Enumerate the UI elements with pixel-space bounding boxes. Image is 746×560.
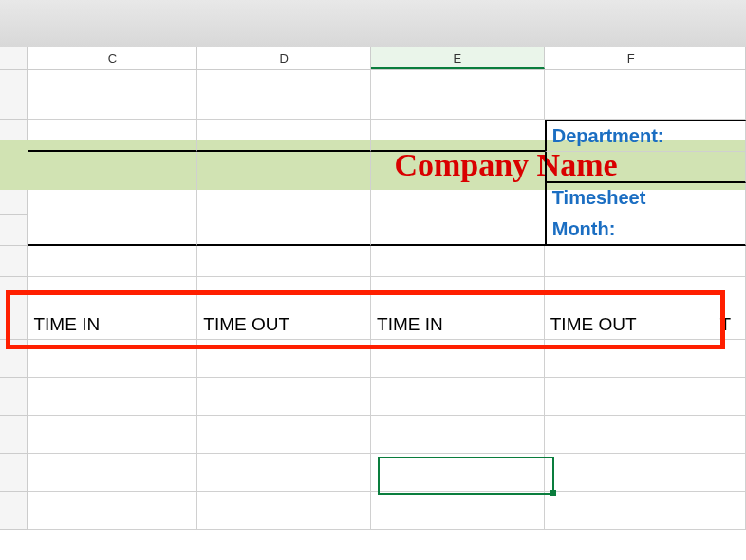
cell[interactable] xyxy=(197,340,371,378)
timesheet-label: Timesheet xyxy=(547,183,718,213)
cell[interactable] xyxy=(718,183,746,215)
cell[interactable] xyxy=(718,416,746,454)
cell[interactable] xyxy=(371,183,545,215)
cell[interactable] xyxy=(718,277,746,308)
header-time-out-2[interactable]: TIME OUT xyxy=(545,308,718,340)
spreadsheet-grid[interactable]: Company Name Department: Tim xyxy=(0,70,746,530)
cell[interactable] xyxy=(371,70,545,120)
column-header-e[interactable]: E xyxy=(371,47,545,69)
cell[interactable] xyxy=(197,277,371,308)
month-label: Month: xyxy=(547,215,718,244)
cell[interactable] xyxy=(545,416,718,454)
cell[interactable] xyxy=(28,215,197,246)
timesheet-label-cell[interactable]: Timesheet xyxy=(545,183,718,215)
cell[interactable] xyxy=(545,454,718,492)
cell[interactable] xyxy=(545,152,718,183)
cell[interactable] xyxy=(28,277,197,308)
cell[interactable] xyxy=(28,416,197,454)
header-time-out-1[interactable]: TIME OUT xyxy=(197,308,371,340)
cell[interactable] xyxy=(28,454,197,492)
select-all-corner[interactable] xyxy=(0,47,28,69)
cell[interactable] xyxy=(371,152,545,183)
header-time-in-1[interactable]: TIME IN xyxy=(28,308,197,340)
cell[interactable] xyxy=(371,454,545,492)
cell[interactable] xyxy=(371,492,545,530)
column-header-f[interactable]: F xyxy=(545,47,718,69)
cell[interactable] xyxy=(197,454,371,492)
cell[interactable] xyxy=(371,340,545,378)
cell[interactable] xyxy=(28,492,197,530)
department-label: Department: xyxy=(547,121,718,151)
cell[interactable] xyxy=(197,492,371,530)
cell[interactable] xyxy=(28,70,197,120)
cell[interactable] xyxy=(545,277,718,308)
row-header[interactable] xyxy=(0,416,28,454)
cell[interactable] xyxy=(545,340,718,378)
cell[interactable] xyxy=(197,183,371,215)
cell[interactable] xyxy=(545,492,718,530)
table-header: TIME OUT xyxy=(197,308,370,340)
row-header[interactable] xyxy=(0,378,28,416)
cell[interactable] xyxy=(371,246,545,277)
cell[interactable] xyxy=(718,492,746,530)
cell[interactable] xyxy=(197,70,371,120)
row-header[interactable] xyxy=(0,492,28,530)
cell[interactable] xyxy=(28,340,197,378)
cell[interactable] xyxy=(718,152,746,183)
cell[interactable] xyxy=(718,340,746,378)
header-time-in-2[interactable]: TIME IN xyxy=(371,308,545,340)
cell[interactable] xyxy=(371,378,545,416)
row-header[interactable] xyxy=(0,340,28,378)
cell[interactable] xyxy=(197,120,371,152)
cell[interactable] xyxy=(371,215,545,246)
row-header[interactable] xyxy=(0,246,28,277)
cell[interactable] xyxy=(371,120,545,152)
row-header[interactable] xyxy=(0,70,28,120)
cell[interactable] xyxy=(718,378,746,416)
cell[interactable] xyxy=(28,183,197,215)
cell[interactable] xyxy=(28,152,197,183)
cell[interactable] xyxy=(718,120,746,152)
header-partial[interactable]: T xyxy=(718,308,746,340)
cell[interactable] xyxy=(718,454,746,492)
cell[interactable] xyxy=(197,416,371,454)
window-chrome xyxy=(0,0,746,47)
table-header: TIME IN xyxy=(28,308,196,340)
table-header: T xyxy=(718,308,745,340)
cell[interactable] xyxy=(197,152,371,183)
table-header: TIME IN xyxy=(371,308,544,340)
cell[interactable] xyxy=(197,215,371,246)
cell[interactable] xyxy=(545,378,718,416)
cell[interactable] xyxy=(545,70,718,120)
cell[interactable] xyxy=(371,277,545,308)
row-header[interactable] xyxy=(0,308,28,340)
row-header[interactable] xyxy=(0,215,28,246)
cell[interactable] xyxy=(718,70,746,120)
cell[interactable] xyxy=(197,378,371,416)
cell[interactable] xyxy=(371,416,545,454)
column-header-row: C D E F xyxy=(0,47,746,70)
cell[interactable] xyxy=(197,246,371,277)
column-header-g[interactable] xyxy=(718,47,746,69)
row-header[interactable] xyxy=(0,277,28,308)
cell[interactable] xyxy=(28,120,197,152)
cell[interactable] xyxy=(545,246,718,277)
cell[interactable] xyxy=(718,215,746,246)
month-label-cell[interactable]: Month: xyxy=(545,215,718,246)
column-header-c[interactable]: C xyxy=(28,47,197,69)
table-header: TIME OUT xyxy=(545,308,718,340)
cell[interactable] xyxy=(28,378,197,416)
cell[interactable] xyxy=(28,246,197,277)
column-header-d[interactable]: D xyxy=(197,47,371,69)
department-label-cell[interactable]: Department: xyxy=(545,120,718,152)
row-header[interactable] xyxy=(0,454,28,492)
cell[interactable] xyxy=(718,246,746,277)
